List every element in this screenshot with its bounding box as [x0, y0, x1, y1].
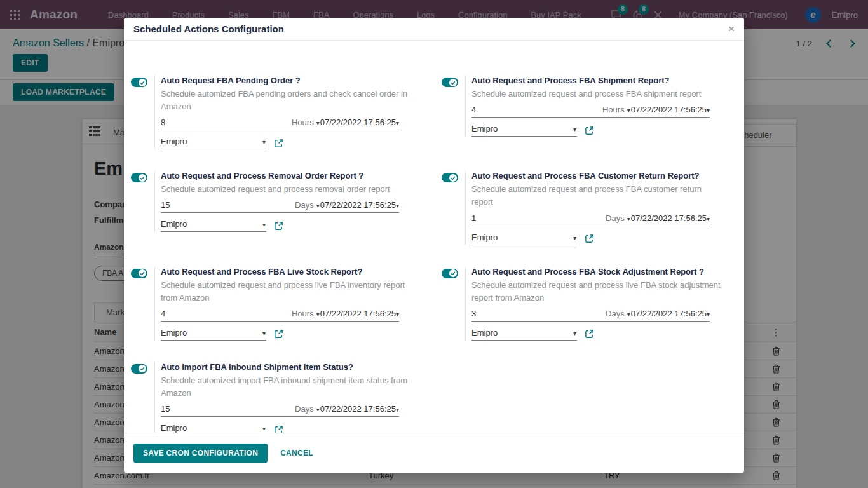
- modal-header: Scheduled Actions Configuration ×: [124, 18, 744, 41]
- interval-number-input[interactable]: 3: [471, 309, 606, 318]
- interval-unit-select[interactable]: Days: [295, 404, 314, 414]
- toggle-check-icon: [449, 269, 457, 277]
- cron-description: Schedule automized import FBA inbound sh…: [161, 374, 414, 400]
- datepicker-caret-icon[interactable]: ▾: [396, 119, 399, 126]
- company-value: Emipro: [161, 219, 187, 229]
- unit-caret-icon[interactable]: ▾: [316, 311, 320, 318]
- cron-description: Schedule automized request and process F…: [471, 88, 725, 100]
- datepicker-caret-icon[interactable]: ▾: [396, 311, 399, 318]
- cron-enabled-toggle[interactable]: [131, 173, 147, 182]
- cron-block: Auto Request and Process FBA Customer Re…: [442, 171, 725, 245]
- next-execution-input[interactable]: 07/22/2022 17:56:25: [631, 309, 707, 318]
- interval-number-input[interactable]: 8: [161, 118, 292, 127]
- external-link-icon[interactable]: [585, 329, 594, 339]
- cron-schedule-row: 15 Days ▾ 07/22/2022 17:56:25 ▾: [161, 404, 399, 417]
- interval-unit-select[interactable]: Days: [606, 214, 625, 223]
- external-link-icon[interactable]: [585, 126, 594, 135]
- scheduled-actions-modal: Scheduled Actions Configuration × Auto R…: [124, 18, 744, 473]
- external-link-icon[interactable]: [274, 329, 283, 339]
- cron-block: Auto Request and Process FBA Live Stock …: [131, 267, 414, 341]
- toggle-check-icon: [139, 79, 146, 86]
- interval-unit-select[interactable]: Hours: [292, 309, 314, 318]
- interval-unit-select[interactable]: Days: [295, 200, 314, 210]
- cron-enabled-toggle[interactable]: [442, 269, 458, 278]
- company-value: Emipro: [161, 423, 187, 433]
- cron-company-row: Emipro ▾: [161, 423, 414, 433]
- next-execution-input[interactable]: 07/22/2022 17:56:25: [631, 105, 707, 114]
- unit-caret-icon[interactable]: ▾: [627, 215, 630, 222]
- company-select[interactable]: Emipro ▾: [161, 137, 266, 149]
- company-caret-icon: ▾: [262, 425, 266, 432]
- cron-blocks-grid: Auto Request FBA Pending Order ? Schedul…: [124, 41, 744, 433]
- next-execution-input[interactable]: 07/22/2022 17:56:25: [320, 118, 396, 127]
- interval-number-input[interactable]: 4: [161, 309, 292, 318]
- unit-caret-icon[interactable]: ▾: [627, 107, 630, 114]
- company-select[interactable]: Emipro ▾: [471, 233, 577, 245]
- company-caret-icon: ▾: [573, 126, 576, 133]
- cron-enabled-toggle[interactable]: [131, 78, 147, 87]
- cron-title: Auto Import FBA Inbound Shipment Item St…: [161, 362, 414, 372]
- interval-number-input[interactable]: 15: [161, 404, 295, 414]
- cron-description: Schedule automized request and process l…: [161, 279, 414, 304]
- cron-enabled-toggle[interactable]: [131, 364, 147, 374]
- external-link-icon[interactable]: [274, 139, 283, 148]
- cron-block: Auto Import FBA Inbound Shipment Item St…: [131, 362, 414, 433]
- cron-schedule-row: 15 Days ▾ 07/22/2022 17:56:25 ▾: [161, 200, 399, 213]
- company-caret-icon: ▾: [573, 330, 576, 337]
- cron-title: Auto Request and Process FBA Stock Adjus…: [471, 267, 725, 276]
- datepicker-caret-icon[interactable]: ▾: [707, 311, 710, 318]
- company-caret-icon: ▾: [262, 139, 266, 146]
- cron-schedule-row: 8 Hours ▾ 07/22/2022 17:56:25 ▾: [161, 118, 399, 130]
- company-select[interactable]: Emipro ▾: [471, 124, 577, 137]
- company-value: Emipro: [471, 124, 498, 133]
- cron-description: Schedule automized request and process r…: [161, 183, 414, 196]
- interval-number-input[interactable]: 15: [161, 200, 295, 210]
- cron-company-row: Emipro ▾: [471, 124, 725, 137]
- toggle-check-icon: [449, 79, 457, 86]
- datepicker-caret-icon[interactable]: ▾: [707, 215, 710, 222]
- company-select[interactable]: Emipro ▾: [471, 328, 577, 341]
- interval-number-input[interactable]: 4: [471, 105, 602, 114]
- cron-company-row: Emipro ▾: [471, 233, 725, 245]
- toggle-check-icon: [139, 174, 146, 182]
- unit-caret-icon[interactable]: ▾: [627, 311, 630, 318]
- cron-title: Auto Request and Process FBA Customer Re…: [471, 171, 725, 180]
- interval-unit-select[interactable]: Days: [606, 309, 625, 318]
- datepicker-caret-icon[interactable]: ▾: [396, 406, 399, 413]
- cron-enabled-toggle[interactable]: [442, 78, 458, 87]
- cron-enabled-toggle[interactable]: [442, 173, 458, 182]
- external-link-icon[interactable]: [274, 221, 283, 231]
- company-select[interactable]: Emipro ▾: [161, 423, 266, 433]
- next-execution-input[interactable]: 07/22/2022 17:56:25: [320, 309, 396, 318]
- cron-enabled-toggle[interactable]: [131, 269, 147, 278]
- unit-caret-icon[interactable]: ▾: [316, 119, 320, 126]
- cron-company-row: Emipro ▾: [161, 328, 414, 341]
- next-execution-input[interactable]: 07/22/2022 17:56:25: [320, 404, 396, 414]
- interval-number-input[interactable]: 1: [471, 214, 606, 223]
- datepicker-caret-icon[interactable]: ▾: [707, 107, 710, 114]
- company-select[interactable]: Emipro ▾: [161, 219, 266, 232]
- cron-block: Auto Request and Process FBA Shipment Re…: [442, 76, 725, 149]
- interval-unit-select[interactable]: Hours: [292, 118, 314, 127]
- toggle-check-icon: [449, 174, 457, 182]
- cron-description: Schedule automized FBA pending orders an…: [161, 88, 414, 113]
- interval-unit-select[interactable]: Hours: [602, 105, 625, 114]
- next-execution-input[interactable]: 07/22/2022 17:56:25: [320, 200, 396, 210]
- external-link-icon[interactable]: [274, 425, 283, 433]
- company-value: Emipro: [161, 328, 187, 337]
- cancel-button[interactable]: CANCEL: [280, 449, 313, 458]
- unit-caret-icon[interactable]: ▾: [316, 202, 320, 209]
- unit-caret-icon[interactable]: ▾: [316, 406, 320, 413]
- cron-description: Schedule automized request and process F…: [471, 183, 725, 208]
- cron-company-row: Emipro ▾: [471, 328, 725, 341]
- save-cron-configuration-button[interactable]: SAVE CRON CONFIGURATION: [133, 444, 268, 463]
- close-icon[interactable]: ×: [728, 24, 735, 34]
- company-select[interactable]: Emipro ▾: [161, 328, 266, 341]
- datepicker-caret-icon[interactable]: ▾: [396, 202, 399, 209]
- cron-company-row: Emipro ▾: [161, 219, 414, 232]
- next-execution-input[interactable]: 07/22/2022 17:56:25: [631, 214, 707, 223]
- cron-company-row: Emipro ▾: [161, 137, 414, 149]
- toggle-check-icon: [139, 269, 146, 277]
- external-link-icon[interactable]: [585, 234, 594, 243]
- cron-schedule-row: 3 Days ▾ 07/22/2022 17:56:25 ▾: [471, 309, 710, 322]
